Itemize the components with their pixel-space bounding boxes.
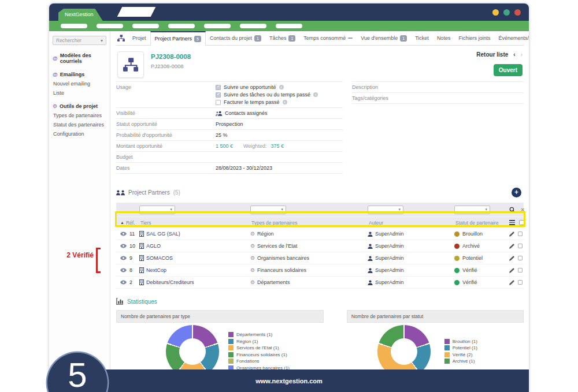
edit-pencil-icon[interactable] bbox=[509, 244, 514, 249]
filter-select-statut[interactable] bbox=[454, 206, 490, 214]
sidebar-group-label: Modèles des courriels bbox=[60, 53, 106, 64]
gear-icon: ⚙ bbox=[250, 279, 255, 285]
partner-row[interactable]: 8NextCop⚙Financeurs solidairesSuperAdmin… bbox=[116, 264, 524, 277]
sidebar-group-header[interactable]: @Modèles des courriels bbox=[53, 53, 106, 64]
row-checkbox[interactable] bbox=[518, 280, 523, 285]
tab[interactable]: Contacts du projet1 bbox=[206, 31, 265, 45]
partner-tiers-link[interactable]: Debiteurs/Crediteurs bbox=[146, 279, 194, 285]
filter-select-type[interactable] bbox=[250, 206, 286, 214]
field-value: 1 500 €Weighted:375 € bbox=[216, 143, 284, 149]
edit-pencil-icon[interactable] bbox=[509, 280, 514, 285]
clear-filter-icon[interactable]: × bbox=[521, 207, 524, 213]
tab[interactable]: Temps consommé bbox=[299, 31, 357, 45]
partner-status: Potentiel bbox=[462, 255, 483, 261]
eye-icon[interactable] bbox=[120, 280, 127, 285]
prev-record-chevron-icon[interactable]: ‹ bbox=[513, 51, 515, 58]
tab[interactable]: Événements/Agenda bbox=[494, 31, 529, 45]
add-partner-button[interactable]: + bbox=[512, 188, 521, 197]
sidebar-item[interactable]: Types de partenaires bbox=[53, 113, 106, 118]
eye-icon[interactable] bbox=[120, 232, 127, 236]
edit-pencil-icon[interactable] bbox=[509, 268, 514, 273]
checkbox[interactable] bbox=[216, 100, 221, 105]
select-all-checkbox[interactable] bbox=[519, 220, 524, 225]
nav-item-redacted[interactable] bbox=[132, 24, 159, 28]
partner-row[interactable]: 10AGLO⚙Services de l'EtatSuperAdminArchi… bbox=[116, 240, 524, 252]
tab[interactable]: Fichiers joints bbox=[454, 31, 494, 45]
tab[interactable]: Notes bbox=[433, 31, 455, 45]
status-open-button[interactable]: Ouvert bbox=[494, 64, 523, 76]
search-icon[interactable] bbox=[509, 207, 516, 213]
project-title-link[interactable]: PJ2308-0008 bbox=[151, 53, 191, 60]
sort-asc-icon: ▲ bbox=[120, 221, 124, 225]
partner-row[interactable]: 2Debiteurs/Crediteurs⚙DépartementsSuperA… bbox=[116, 277, 524, 289]
partner-status: Vérifié bbox=[462, 267, 477, 273]
tab-badge: 1 bbox=[400, 35, 407, 42]
nav-item-redacted[interactable] bbox=[276, 24, 302, 28]
partner-row[interactable]: 9SOMACOS⚙Organismes bancairesSuperAdminP… bbox=[116, 252, 524, 264]
tab[interactable]: Ticket bbox=[411, 31, 433, 45]
sidebar-item[interactable]: Statut des partenaires bbox=[53, 122, 106, 128]
usage-option: Suivre une opportunitéi bbox=[216, 84, 318, 90]
maximize-dot-icon[interactable] bbox=[503, 9, 510, 16]
tab[interactable]: Vue d'ensemble1 bbox=[357, 31, 411, 45]
sidebar-item[interactable]: Liste bbox=[53, 90, 106, 96]
field-label: Dates bbox=[116, 165, 216, 171]
partners-section-title: Project Partners bbox=[128, 189, 170, 196]
filter-select-auteur[interactable] bbox=[368, 206, 403, 214]
row-checkbox[interactable] bbox=[518, 268, 523, 272]
column-header-ref[interactable]: ▲Réf. bbox=[116, 220, 139, 226]
nav-item-redacted[interactable] bbox=[204, 24, 231, 28]
sidebar-group-header[interactable]: @Emailings bbox=[53, 72, 106, 77]
partner-type: Région bbox=[257, 231, 274, 237]
partner-row[interactable]: 11SAL GG (SAL)⚙RégionSuperAdminBrouillon bbox=[116, 228, 524, 240]
partner-tiers-link[interactable]: SAL GG (SAL) bbox=[146, 231, 180, 237]
column-header[interactable]: Statut de partenaire bbox=[454, 220, 509, 226]
row-checkbox[interactable] bbox=[518, 256, 523, 260]
info-icon: i bbox=[279, 85, 284, 89]
tab[interactable]: Tâches1 bbox=[265, 31, 299, 45]
tab[interactable]: Projet bbox=[128, 31, 150, 45]
tab-label: Tâches bbox=[269, 35, 287, 41]
sidebar-item[interactable]: Nouvel emailing bbox=[53, 81, 106, 87]
column-header[interactable]: Auteur bbox=[368, 220, 454, 226]
partner-tiers-link[interactable]: NextCop bbox=[146, 267, 166, 273]
partner-ref: 11 bbox=[129, 231, 135, 237]
checkbox[interactable] bbox=[216, 85, 221, 90]
checkbox[interactable] bbox=[216, 92, 221, 98]
partner-author: SuperAdmin bbox=[375, 267, 404, 273]
eye-icon[interactable] bbox=[120, 256, 127, 260]
tab-badge: 5 bbox=[194, 36, 201, 42]
legend-label: Région (1) bbox=[236, 339, 258, 344]
nav-item-redacted[interactable] bbox=[168, 24, 195, 28]
column-header[interactable]: Tiers bbox=[139, 220, 250, 226]
field-label: Usage bbox=[116, 84, 216, 90]
close-dot-icon[interactable] bbox=[514, 9, 521, 16]
nav-item-redacted[interactable] bbox=[240, 24, 266, 28]
brand-tab[interactable]: NextGestion bbox=[58, 9, 103, 21]
edit-pencil-icon[interactable] bbox=[509, 232, 514, 237]
tab[interactable]: Project Partners5 bbox=[150, 31, 206, 46]
back-to-list-link[interactable]: Retour liste bbox=[476, 51, 508, 58]
at-icon: @ bbox=[53, 55, 58, 61]
partner-ref: 8 bbox=[129, 267, 132, 273]
sidebar-search-select[interactable]: Rechercher bbox=[53, 36, 106, 45]
minimize-dot-icon[interactable] bbox=[492, 9, 499, 16]
status-dot-icon bbox=[454, 244, 460, 249]
eye-icon[interactable] bbox=[120, 268, 127, 272]
row-checkbox[interactable] bbox=[518, 244, 523, 248]
project-diagram-icon[interactable] bbox=[116, 31, 128, 45]
nav-item-redacted[interactable] bbox=[97, 24, 123, 28]
list-view-icon[interactable] bbox=[509, 220, 515, 225]
edit-pencil-icon[interactable] bbox=[509, 256, 514, 261]
next-record-chevron-icon[interactable]: › bbox=[521, 51, 523, 58]
partner-tiers-link[interactable]: AGLO bbox=[146, 243, 161, 249]
partner-tiers-link[interactable]: SOMACOS bbox=[146, 255, 173, 261]
eye-icon[interactable] bbox=[120, 244, 127, 248]
sidebar-item[interactable]: Configuration bbox=[53, 131, 106, 137]
filter-select-tiers[interactable] bbox=[139, 206, 175, 214]
nav-item-redacted[interactable] bbox=[61, 24, 87, 28]
sidebar-group-header[interactable]: ⚙Outils de projet bbox=[53, 103, 106, 109]
row-checkbox[interactable] bbox=[518, 232, 523, 236]
app-window: NextGestion Rechercher @Modèles des cour… bbox=[49, 3, 529, 392]
column-header[interactable]: Types de partenaires bbox=[250, 220, 368, 226]
